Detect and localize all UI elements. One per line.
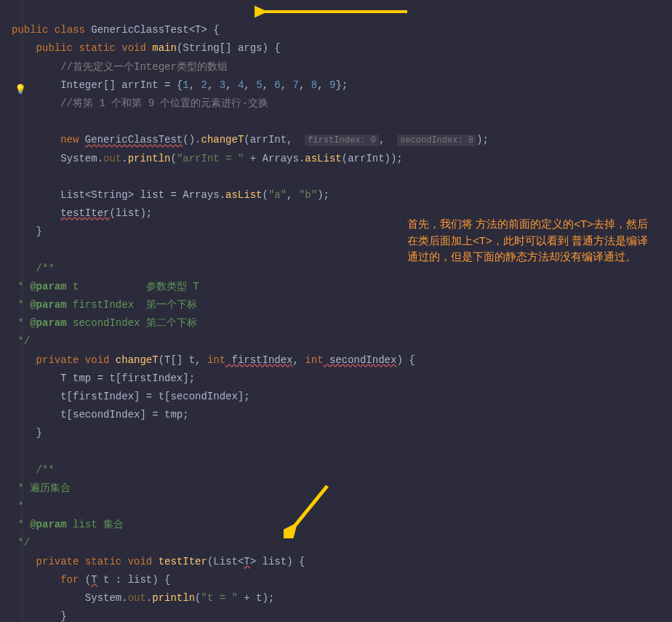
- comment: //首先定义一个Integer类型的数组: [60, 61, 228, 73]
- param-hint: firstIndex: 0: [305, 135, 379, 146]
- code-area[interactable]: public class GenericClassTest<T> { publi…: [12, 3, 672, 622]
- param-hint: secondIndex: 8: [397, 135, 476, 146]
- annotation-note: 首先，我们将 方法的前面的定义的<T>去掉，然后在类后面加上<T>，此时可以看到…: [407, 216, 655, 266]
- svg-line-1: [295, 486, 327, 525]
- kw-public: public: [12, 24, 48, 36]
- arrow-icon: [255, 3, 415, 20]
- arrow-icon: [284, 480, 342, 538]
- code-editor[interactable]: 💡 public class GenericClassTest<T> { pub…: [0, 0, 672, 622]
